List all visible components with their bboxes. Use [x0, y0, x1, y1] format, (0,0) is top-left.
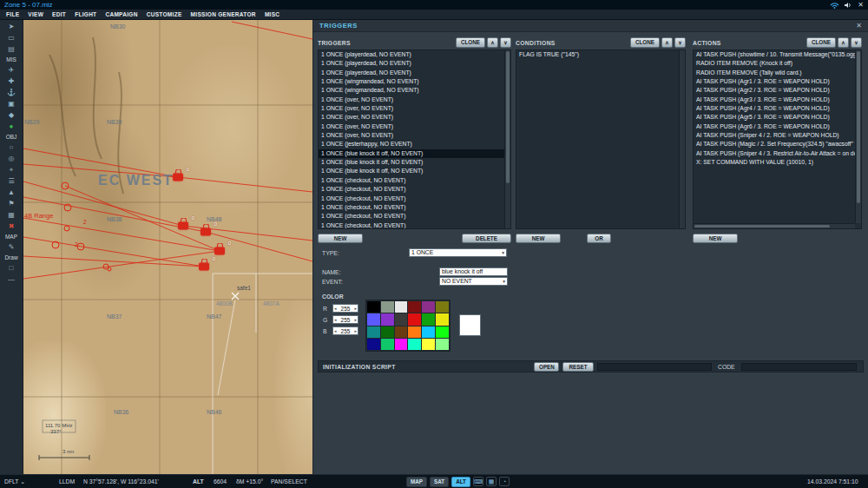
action-list-item[interactable]: RADIO ITEM REMOVE (Tally wild card.) [694, 69, 855, 77]
trigger-list-item[interactable]: 1 ONCE (checkout, NO EVENT) [319, 185, 504, 194]
increment-icon[interactable]: ▸ [353, 328, 358, 333]
trigger-zone-marker[interactable]: 0 [178, 222, 188, 230]
view-mode-button[interactable]: MAP [406, 477, 427, 487]
palette-swatch[interactable] [367, 301, 380, 313]
palette-swatch[interactable] [395, 313, 408, 325]
palette-swatch[interactable] [422, 326, 435, 338]
trigger-list-item[interactable]: 1 ONCE (blue knock it off, NO EVENT) [319, 167, 504, 175]
draw-tool-icon[interactable]: ✎ [3, 242, 21, 253]
trigger-list-item[interactable]: 1 ONCE (over, NO EVENT) [319, 131, 504, 140]
trigger-list-item[interactable]: 1 ONCE (blue knock it off, NO EVENT) [319, 149, 504, 158]
trigger-list-item[interactable]: 1 ONCE (playerdead, NO EVENT) [319, 59, 504, 68]
trigger-list-item[interactable]: 1 ONCE (blue knock it off, NO EVENT) [319, 158, 504, 167]
trigger-list-item[interactable]: 1 ONCE (playerdead, NO EVENT) [319, 50, 504, 59]
trigger-list-item[interactable]: 1 ONCE (checkout, NO EVENT) [319, 212, 504, 221]
action-list-item[interactable]: AI TASK PUSH (Agr4 / 3. ROE = WEAPON HOL… [694, 104, 855, 113]
trigger-list-item[interactable]: 1 ONCE (playerdead, NO EVENT) [319, 69, 504, 77]
init-script-open-button[interactable]: OPEN [534, 362, 559, 372]
palette-swatch[interactable] [381, 339, 394, 350]
trigger-list-item[interactable]: 1 ONCE (wingmandead, NO EVENT) [319, 77, 504, 86]
coord-format-toggle[interactable]: LLDM [59, 478, 75, 485]
keyboard-status-icon[interactable]: ⌨ [473, 477, 483, 486]
menu-item[interactable]: MISSION GENERATOR [187, 11, 260, 17]
palette-swatch[interactable] [436, 326, 449, 338]
palette-swatch[interactable] [422, 313, 435, 325]
clock-status-icon[interactable]: ◔ [499, 477, 510, 486]
action-list-item[interactable]: AI TASK PUSH (Agr6 / 3. ROE = WEAPON HOL… [694, 122, 855, 131]
pointer-tool-icon[interactable]: ➤ [3, 22, 21, 32]
trigger-list-item[interactable]: 1 ONCE (over, NO EVENT) [319, 104, 504, 113]
increment-icon[interactable]: ▸ [353, 317, 358, 322]
action-list-item[interactable]: AI TASK PUSH (Agr5 / 3. ROE = WEAPON HOL… [694, 113, 855, 122]
distance-tool-icon[interactable]: ◎ [3, 154, 21, 164]
actions-move-up-button[interactable]: ∧ [838, 37, 849, 48]
palette-swatch[interactable] [408, 326, 421, 338]
action-list-item[interactable]: AI TASK PUSH (Agr2 / 3. ROE = WEAPON HOL… [694, 86, 855, 95]
color-r-stepper[interactable]: ◂ 255 ▸ [332, 304, 358, 313]
action-list-item[interactable]: AI TASK PUSH (Sniper 4 / 3. Restrict Air… [694, 149, 855, 158]
menu-item[interactable]: MISC [260, 11, 284, 17]
palette-swatch[interactable] [436, 301, 449, 313]
palette-swatch[interactable] [408, 339, 421, 350]
palette-swatch[interactable] [381, 326, 394, 338]
palette-swatch[interactable] [422, 301, 435, 313]
trigger-delete-button[interactable]: DELETE [462, 234, 511, 243]
action-list-item[interactable]: AI TASK PUSH (showtime / 10. Transmit Me… [694, 50, 855, 59]
init-script-reset-button[interactable]: RESET [562, 362, 594, 372]
map-viewport[interactable]: NB30NB29NB39NB38NB48NB37NB47NB36NB46EC W… [23, 20, 312, 474]
action-list-item[interactable]: AI TASK PUSH (Agr3 / 3. ROE = WEAPON HOL… [694, 96, 855, 104]
conditions-clone-button[interactable]: CLONE [630, 37, 660, 48]
conditions-move-up-button[interactable]: ∧ [661, 37, 673, 48]
triggers-list[interactable]: 1 ONCE (playerdead, NO EVENT)1 ONCE (pla… [319, 50, 504, 228]
triggers-move-up-button[interactable]: ∧ [487, 37, 498, 48]
trigger-zone-marker[interactable]: 0 [199, 263, 209, 271]
menu-item[interactable]: VIEW [23, 11, 48, 17]
delete-tool-icon[interactable]: ✖ [3, 221, 21, 232]
palette-swatch[interactable] [436, 313, 449, 325]
palette-swatch[interactable] [408, 301, 421, 313]
menu-item[interactable]: FLIGHT [70, 11, 101, 17]
conditions-list[interactable]: FLAG IS TRUE ("145") [516, 50, 679, 228]
trigger-type-select[interactable]: 1 ONCE ▾ [409, 248, 507, 257]
palette-swatch[interactable] [381, 313, 394, 325]
palette-swatch[interactable] [422, 339, 435, 350]
trigger-name-input[interactable]: blue knock it off [439, 267, 508, 276]
conditions-scrollbar[interactable] [679, 50, 685, 228]
palette-swatch[interactable] [408, 313, 421, 325]
palette-swatch[interactable] [381, 301, 394, 313]
view-mode-button[interactable]: SAT [430, 477, 449, 487]
add-airplane-icon[interactable]: ✈ [3, 65, 21, 76]
shape-tool-icon[interactable]: □ [3, 263, 21, 274]
open-mission-icon[interactable]: ▭ [3, 33, 21, 43]
palette-swatch[interactable] [395, 339, 408, 350]
trigger-zone-tool-icon[interactable]: ○ [3, 142, 21, 153]
layers-status-icon[interactable]: ▦ [486, 477, 496, 486]
menu-item[interactable]: FILE [2, 11, 23, 17]
trigger-list-item[interactable]: 1 ONCE (jesterhappy, NO EVENT) [319, 140, 504, 148]
triggers-scrollbar[interactable] [504, 50, 510, 228]
add-helicopter-icon[interactable]: ✚ [3, 76, 21, 87]
condition-or-button[interactable]: OR [587, 234, 611, 243]
actions-hscrollbar[interactable] [694, 223, 855, 228]
palette-swatch[interactable] [395, 326, 408, 338]
trigger-new-button[interactable]: NEW [318, 234, 363, 243]
init-script-field[interactable] [597, 363, 712, 371]
elevation-tool-icon[interactable]: ▲ [3, 188, 21, 198]
actions-scrollbar[interactable] [855, 50, 861, 223]
condition-list-item[interactable]: FLAG IS TRUE ("145") [516, 50, 679, 59]
action-list-item[interactable]: RADIO ITEM REMOVE (Knock it off) [694, 59, 855, 68]
color-b-stepper[interactable]: ◂ 255 ▸ [332, 326, 358, 335]
action-new-button[interactable]: NEW [693, 234, 738, 243]
profile-selector[interactable]: DFLT ⌄ [4, 478, 25, 485]
window-close-icon[interactable]: ✕ [858, 1, 864, 9]
grid-tool-icon[interactable]: ▦ [3, 210, 21, 221]
palette-swatch[interactable] [367, 326, 380, 338]
actions-list[interactable]: AI TASK PUSH (showtime / 10. Transmit Me… [694, 50, 855, 223]
trigger-list-item[interactable]: 1 ONCE (checkout, NO EVENT) [319, 203, 504, 212]
condition-new-button[interactable]: NEW [516, 234, 561, 243]
ruler-tool-icon[interactable]: ⌖ [3, 165, 21, 175]
flag-tool-icon[interactable]: ⚑ [3, 199, 21, 209]
menu-item[interactable]: CUSTOMIZE [142, 11, 187, 17]
line-tool-icon[interactable]: ― [3, 274, 21, 285]
actions-clone-button[interactable]: CLONE [806, 37, 836, 48]
